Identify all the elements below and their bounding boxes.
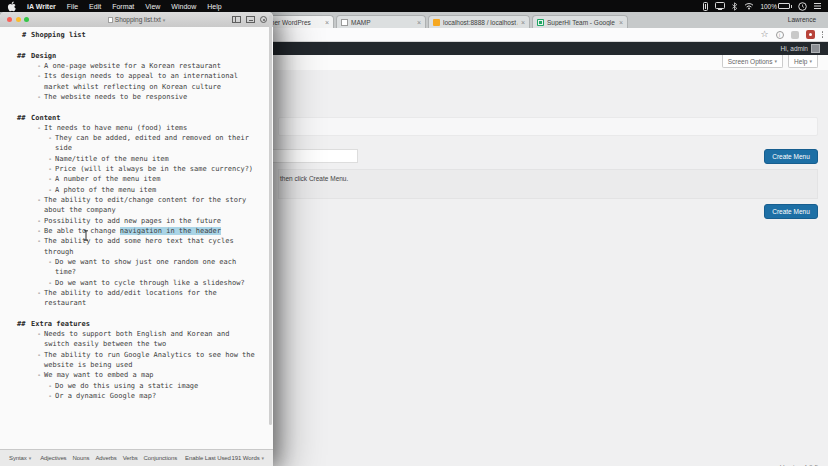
editor-line (0, 308, 267, 318)
editor-line: ##Extra features (0, 319, 267, 329)
menu-window[interactable]: Window (171, 3, 196, 10)
menu-bar-items: iA WriterFileEditFormatViewWindowHelp (16, 3, 222, 10)
wp-menu-select-row (278, 117, 818, 136)
tab-title: ther WordPres (269, 19, 322, 26)
editor-line: ##Content (0, 113, 267, 123)
display-icon[interactable] (715, 2, 725, 10)
editor-line: website is being used (0, 360, 267, 370)
create-menu-button[interactable]: Create Menu (764, 149, 818, 164)
ibeam-cursor (83, 230, 89, 243)
wp-avatar (811, 44, 820, 53)
editor-line (0, 102, 267, 112)
menu-file[interactable]: File (67, 3, 78, 10)
browser-tab[interactable]: SuperHi Team - Google Sheets× (532, 15, 628, 28)
extension-icon[interactable] (791, 31, 799, 39)
selected-text: navigation in the header (120, 227, 221, 235)
word-count-control[interactable]: 191 Words ▾ (232, 455, 264, 461)
editor-area[interactable]: #Shopping list##Design-A one-page websit… (0, 27, 273, 449)
help-button[interactable]: Help ▾ (788, 55, 818, 68)
editor-line: -Name/title of the menu item (0, 154, 267, 164)
notification-center-icon[interactable] (813, 2, 822, 10)
browser-menu-icon[interactable] (822, 31, 824, 38)
chevron-down-icon: ▾ (262, 455, 264, 461)
editor-line: -Price (will it always be in the same cu… (0, 164, 267, 174)
phpmyadmin-favicon-icon (433, 19, 440, 26)
writer-bottom-bar: Syntax ▾ AdjectivesNounsAdverbsVerbsConj… (0, 449, 273, 466)
chevron-down-icon: ▾ (163, 17, 166, 23)
editor-line: restaurant (0, 298, 267, 308)
editor-line: -Needs to support both English and Korea… (0, 329, 267, 339)
editor-line: -Or a dynamic Google map? (0, 391, 267, 401)
tab-close-icon[interactable]: × (619, 19, 623, 26)
battery-indicator[interactable]: 100% (760, 3, 792, 10)
bookmark-star-icon[interactable]: ☆ (760, 30, 768, 39)
minimize-button[interactable] (16, 17, 21, 22)
browser-tab[interactable]: localhost:8888 / localhost / lo× (428, 15, 530, 28)
editor-line: -Do we want to show just one random one … (0, 257, 267, 267)
editor-line: -They can be added, edited and removed o… (0, 133, 267, 143)
chevron-down-icon: ▾ (29, 455, 31, 461)
wp-admin-greeting[interactable]: Hi, admin (781, 45, 808, 52)
sidebar-icon[interactable] (232, 16, 241, 23)
clock-icon[interactable] (798, 2, 807, 11)
tab-close-icon[interactable]: × (417, 19, 421, 26)
editor-line: -We may want to embed a map (0, 370, 267, 380)
editor-line: -The ability to add some hero text that … (0, 236, 267, 246)
editor-line: -A one-page website for a Korean restaur… (0, 61, 267, 71)
menu-edit[interactable]: Edit (89, 3, 101, 10)
menu-bar-status: 100% (701, 2, 822, 11)
tab-title: SuperHi Team - Google Sheets (547, 19, 616, 26)
word-count: 191 Words (232, 455, 260, 461)
editor-line: about the company (0, 205, 267, 215)
zoom-button[interactable] (24, 17, 29, 22)
syntax-toggle-adverbs[interactable]: Adverbs (95, 455, 116, 461)
focus-mode-icon[interactable] (260, 16, 267, 23)
tab-close-icon[interactable]: × (325, 19, 329, 26)
editor-line: market whilst reflecting on Korean cultu… (0, 82, 267, 92)
menu-help[interactable]: Help (207, 3, 221, 10)
syntax-toggle-items: AdjectivesNounsAdverbsVerbsConjunctions (40, 455, 177, 461)
editor-line: -A photo of the menu item (0, 185, 267, 195)
browser-tab[interactable]: MAMP× (336, 15, 426, 28)
syntax-control[interactable]: Syntax ▾ (9, 455, 31, 461)
browser-tab[interactable]: ther WordPres× (264, 15, 334, 28)
editor-scrollbar[interactable] (269, 15, 272, 425)
editor-line: -The website needs to be responsive (0, 92, 267, 102)
writer-title-bar: Shopping list.txt ▾ (0, 12, 273, 28)
bluetooth-icon[interactable] (731, 2, 738, 11)
create-menu-button[interactable]: Create Menu (764, 204, 818, 219)
screen-options-button[interactable]: Screen Options ▾ (722, 55, 783, 68)
wifi-icon[interactable] (744, 2, 754, 10)
close-button[interactable] (7, 17, 12, 22)
battery-icon (778, 3, 790, 9)
info-extension-icon[interactable]: i (776, 31, 784, 39)
ia-writer-window: Shopping list.txt ▾ #Shopping list##Desi… (0, 12, 273, 466)
wp-menu-edit-panel: then click Create Menu. (278, 169, 818, 199)
syntax-toggle-nouns[interactable]: Nouns (73, 455, 90, 461)
editor-line: -Its design needs to appeal to an intern… (0, 71, 267, 81)
browser-profile-name[interactable]: Lawrence (788, 16, 816, 23)
window-title: Shopping list.txt (115, 16, 161, 23)
editor-line: -Do we want to cycle through like a slid… (0, 278, 267, 288)
menu-view[interactable]: View (145, 3, 160, 10)
window-manager-icon[interactable] (701, 2, 709, 11)
editor-line: switch easily between the two (0, 339, 267, 349)
syntax-toggle-verbs[interactable]: Verbs (123, 455, 138, 461)
menu-ia-writer[interactable]: iA Writer (27, 3, 56, 10)
macos-menu-bar: iA WriterFileEditFormatViewWindowHelp 10… (0, 0, 828, 12)
menu-format[interactable]: Format (112, 3, 134, 10)
adblock-extension-icon[interactable] (806, 30, 815, 39)
editor-line: ##Design (0, 51, 267, 61)
syntax-toggle-adjectives[interactable]: Adjectives (40, 455, 66, 461)
chevron-down-icon: ▾ (774, 58, 777, 64)
editor-line: -The ability to add/edit locations for t… (0, 288, 267, 298)
tab-close-icon[interactable]: × (521, 19, 525, 26)
editor-line: -The ability to run Google Analytics to … (0, 350, 267, 360)
wp-instruction-text: then click Create Menu. (280, 175, 348, 182)
document-icon (108, 17, 113, 23)
preview-icon[interactable] (246, 16, 255, 23)
apple-menu-icon[interactable] (7, 1, 16, 12)
enable-last-used-button[interactable]: Enable Last Used (185, 455, 231, 461)
editor-line: -Possibility to add new pages in the fut… (0, 216, 267, 226)
syntax-toggle-conjunctions[interactable]: Conjunctions (144, 455, 178, 461)
